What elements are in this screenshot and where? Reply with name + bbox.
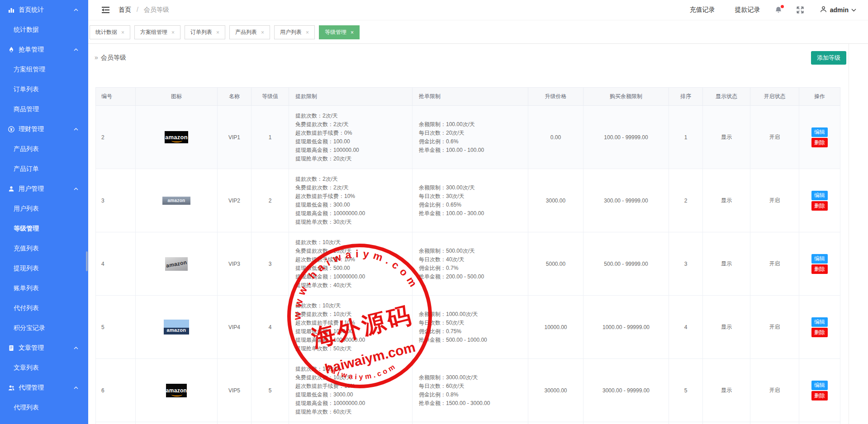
sidebar-item-plan-group-mgmt[interactable]: 方案组管理 <box>0 60 88 80</box>
tab-levels[interactable]: 等级管理× <box>319 25 360 39</box>
limit-line: 抢单金额：100.00 - 100.00 <box>419 146 528 155</box>
edit-button[interactable]: 编辑 <box>811 254 828 264</box>
tab-close-icon[interactable]: × <box>171 29 175 36</box>
empty-cell <box>583 422 669 424</box>
sidebar-item-label: 产品订单 <box>14 165 39 173</box>
level-cell: 3 <box>251 232 289 296</box>
sidebar-item-agent-list[interactable]: 代理列表 <box>0 398 88 418</box>
delete-button[interactable]: 删除 <box>811 264 828 274</box>
notification-bell-icon[interactable] <box>775 6 782 14</box>
display-status-cell: 显示 <box>703 359 750 422</box>
tab-orders[interactable]: 订单列表× <box>185 25 225 39</box>
delete-button[interactable]: 删除 <box>811 201 828 211</box>
empty-cell <box>799 422 840 424</box>
icon-cell: amazon <box>136 106 218 169</box>
tab-close-icon[interactable]: × <box>351 29 354 36</box>
sort-cell: 3 <box>669 232 703 296</box>
limit-line: 提现最高金额：10000000.00 <box>295 336 412 344</box>
display-status-cell: 显示 <box>703 296 750 359</box>
display-status-cell: 显示 <box>703 169 750 232</box>
tab-close-icon[interactable]: × <box>216 29 219 36</box>
sidebar-item-user-list[interactable]: 用户列表 <box>0 199 88 219</box>
tab-close-icon[interactable]: × <box>261 29 264 36</box>
edit-button[interactable]: 编辑 <box>811 127 828 137</box>
delete-button[interactable]: 删除 <box>811 391 828 400</box>
limit-line: 提现最高金额：10000000.00 <box>295 273 412 281</box>
tab-close-icon[interactable]: × <box>121 29 124 36</box>
sidebar-item-recharge-list[interactable]: 充值列表 <box>0 239 88 259</box>
withdraw-records-link[interactable]: 提款记录 <box>735 6 760 14</box>
amazon-smile-arrow <box>171 393 182 396</box>
column-header-4: 提款限制 <box>289 88 413 106</box>
limit-line: 提现最低金额：100.00 <box>295 137 412 146</box>
user-menu[interactable]: admin <box>820 6 856 14</box>
tab-plan-group[interactable]: 方案组管理× <box>134 25 180 39</box>
user-icon <box>8 186 14 192</box>
sidebar-item-stats-data[interactable]: 统计数据 <box>0 20 88 40</box>
sidebar-item-product-list[interactable]: 产品列表 <box>0 139 88 159</box>
limit-line: 提款次数：10次/天 <box>295 365 412 373</box>
column-header-3: 等级值 <box>251 88 289 106</box>
sidebar-toggle-icon[interactable] <box>102 7 109 13</box>
grab-limits-cell: 余额限制：500.00次/天每日次数：40次/天佣金比例：0.7%抢单金额：20… <box>413 232 528 296</box>
sidebar-item-payout-list[interactable]: 代付列表 <box>0 298 88 318</box>
empty-cell <box>136 422 218 424</box>
table-row-VIP1: 2amazonVIP11提款次数：2次/天免费提款次数：2次/天超次数提款手续费… <box>96 106 840 169</box>
column-header-2: 名称 <box>218 88 251 106</box>
sidebar-item-bill-list[interactable]: 账单列表 <box>0 278 88 298</box>
sidebar-item-grab-order-mgmt[interactable]: 抢单管理 <box>0 40 88 60</box>
limit-line: 提款次数：2次/天 <box>295 175 412 184</box>
edit-button[interactable]: 编辑 <box>811 191 828 200</box>
sidebar-item-points-records[interactable]: 积分宝记录 <box>0 318 88 338</box>
delete-button[interactable]: 删除 <box>811 328 828 337</box>
sidebar-item-withdraw-list[interactable]: 提现列表 <box>0 259 88 278</box>
upgrade-price-cell: 10000.00 <box>528 296 583 359</box>
sidebar-item-agent-mgmt[interactable]: 代理管理 <box>0 378 88 398</box>
sidebar-item-order-list[interactable]: 订单列表 <box>0 80 88 99</box>
limit-line: 每日次数：20次/天 <box>419 129 528 137</box>
sidebar: 首页统计统计数据抢单管理方案组管理订单列表商品管理理财管理产品列表产品订单用户管… <box>0 0 88 424</box>
tab-users[interactable]: 用户列表× <box>274 25 315 39</box>
limit-line: 佣金比例：0.65% <box>419 201 528 209</box>
limit-line: 提现最高金额：100000.00 <box>295 146 412 155</box>
empty-cell <box>528 422 583 424</box>
sidebar-item-user-mgmt[interactable]: 用户管理 <box>0 179 88 199</box>
tab-products[interactable]: 产品列表× <box>229 25 270 39</box>
limit-line: 提现最低金额：500.00 <box>295 264 412 273</box>
sidebar-item-home-stats[interactable]: 首页统计 <box>0 0 88 20</box>
sidebar-item-level-mgmt[interactable]: 等级管理 <box>0 219 88 239</box>
row-id-cell: 3 <box>96 169 136 232</box>
table-header-row: 编号图标名称等级值提款限制抢单限制升级价格购买余额限制排序显示状态开启状态操作 <box>96 88 840 106</box>
levels-table: 编号图标名称等级值提款限制抢单限制升级价格购买余额限制排序显示状态开启状态操作 … <box>95 87 840 424</box>
sidebar-item-article-mgmt[interactable]: 文章管理 <box>0 338 88 358</box>
sidebar-item-goods-mgmt[interactable]: 商品管理 <box>0 99 88 119</box>
open-status-cell: 开启 <box>750 296 799 359</box>
limit-line: 免费提款次数：2次/天 <box>295 184 412 192</box>
sidebar-item-label: 理财管理 <box>19 125 44 133</box>
sidebar-scrollbar-thumb[interactable] <box>86 251 88 271</box>
actions-cell: 编辑删除 <box>799 232 840 296</box>
sidebar-item-article-list[interactable]: 文章列表 <box>0 358 88 378</box>
sort-cell: 5 <box>669 359 703 422</box>
add-level-button[interactable]: 添加等级 <box>811 51 846 65</box>
limit-line: 提现最高金额：10000000.00 <box>295 399 412 408</box>
sidebar-item-product-orders[interactable]: 产品订单 <box>0 159 88 179</box>
delete-button[interactable]: 删除 <box>811 138 828 147</box>
row-id-cell: 6 <box>96 359 136 422</box>
fullscreen-icon[interactable] <box>797 6 804 14</box>
column-header-9: 显示状态 <box>703 88 750 106</box>
empty-cell <box>218 422 251 424</box>
edit-button[interactable]: 编辑 <box>811 317 828 327</box>
tab-close-icon[interactable]: × <box>306 29 309 36</box>
edit-button[interactable]: 编辑 <box>811 381 828 390</box>
tab-label: 等级管理 <box>325 28 346 36</box>
amazon-photo-sky-image: amazon <box>164 320 189 334</box>
sidebar-item-label: 订单列表 <box>14 85 39 94</box>
breadcrumb-home[interactable]: 首页 <box>119 6 131 13</box>
tab-label: 产品列表 <box>235 28 257 36</box>
row-id-cell: 5 <box>96 296 136 359</box>
tab-stats[interactable]: 统计数据× <box>90 25 130 39</box>
sidebar-item-finance-mgmt[interactable]: 理财管理 <box>0 119 88 139</box>
display-status-cell: 显示 <box>703 232 750 296</box>
recharge-records-link[interactable]: 充值记录 <box>690 6 715 14</box>
